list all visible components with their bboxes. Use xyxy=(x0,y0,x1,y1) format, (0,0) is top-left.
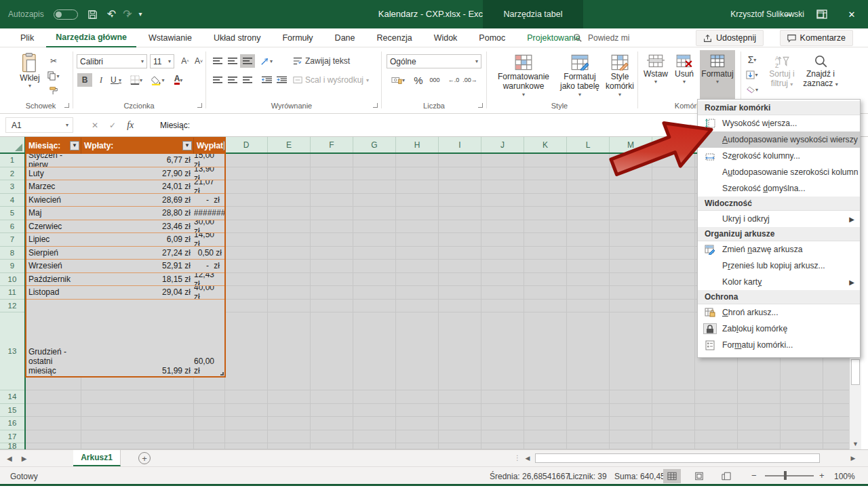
paste-button[interactable]: Wklej ▾ xyxy=(15,53,45,89)
maximize-button[interactable]: ☐ xyxy=(808,0,833,28)
grid-cell[interactable] xyxy=(353,430,396,444)
table-cell[interactable]: 51,99 zł xyxy=(81,300,194,378)
grid-cell[interactable] xyxy=(353,390,396,404)
grid-cell[interactable] xyxy=(268,233,311,247)
table-cell[interactable]: Kwiecień xyxy=(26,194,81,207)
grid-cell[interactable] xyxy=(567,207,610,220)
column-header-M[interactable]: M xyxy=(610,137,652,152)
grid-cell[interactable] xyxy=(738,390,781,404)
grid-cell[interactable] xyxy=(567,260,610,273)
table-cell[interactable]: Grudzień - ostatni miesiąc xyxy=(26,300,81,378)
row-header-8[interactable]: 8 xyxy=(0,247,24,260)
table-cell[interactable]: 27,24 zł xyxy=(81,247,194,260)
grid-cell[interactable] xyxy=(225,286,268,300)
table-cell[interactable]: 15,00 zł xyxy=(194,154,225,167)
filter-icon[interactable]: ▼ xyxy=(182,141,192,150)
grid-cell[interactable] xyxy=(524,430,567,444)
table-cell[interactable]: 52,91 zł xyxy=(81,260,194,273)
grid-cell[interactable] xyxy=(439,180,481,194)
format-painter-icon[interactable] xyxy=(46,84,61,98)
grid-cell[interactable] xyxy=(225,404,268,418)
grid-cell[interactable] xyxy=(268,273,311,287)
grid-cell[interactable] xyxy=(738,404,781,418)
grid-cell[interactable] xyxy=(225,154,268,167)
row-header-10[interactable]: 10 xyxy=(0,273,24,287)
align-bottom-icon[interactable] xyxy=(240,54,255,68)
grid-cell[interactable] xyxy=(567,167,610,181)
align-middle-icon[interactable] xyxy=(225,54,240,68)
row-header-15[interactable]: 15 xyxy=(0,404,24,418)
grid-cell[interactable] xyxy=(652,312,695,390)
grid-cell[interactable] xyxy=(823,430,849,444)
table-cell[interactable]: 30,00 zł xyxy=(194,220,225,234)
row-header-18[interactable]: 18 xyxy=(0,443,24,449)
grid-cell[interactable] xyxy=(225,443,268,449)
grid-cell[interactable] xyxy=(610,233,652,247)
grid-cell[interactable] xyxy=(652,233,695,247)
grid-cell[interactable] xyxy=(439,154,481,167)
column-header-N[interactable]: N xyxy=(652,137,695,152)
borders-icon[interactable]: ▾ xyxy=(129,73,144,87)
table-cell[interactable]: Lipiec xyxy=(26,233,81,247)
grid-cell[interactable] xyxy=(695,417,738,430)
grid-cell[interactable] xyxy=(396,430,439,444)
confirm-entry-icon[interactable]: ✓ xyxy=(109,121,116,130)
grid-cell[interactable] xyxy=(396,404,439,418)
grid-cell[interactable] xyxy=(311,430,353,444)
grid-cell[interactable] xyxy=(26,443,81,449)
grid-cell[interactable] xyxy=(738,417,781,430)
grid-cell[interactable] xyxy=(26,390,81,404)
grid-cell[interactable] xyxy=(610,220,652,234)
grid-cell[interactable] xyxy=(567,220,610,234)
grid-cell[interactable] xyxy=(268,417,311,430)
grid-cell[interactable] xyxy=(481,260,524,273)
grid-cell[interactable] xyxy=(610,247,652,260)
menu-item-przenieś-lub-kopiuj-arkusz-[interactable]: Przenieś lub kopiuj arkusz... xyxy=(698,258,860,274)
grid-cell[interactable] xyxy=(311,404,353,418)
grid-cell[interactable] xyxy=(481,154,524,167)
grid-cell[interactable] xyxy=(439,247,481,260)
scroll-left-icon[interactable]: ◀ xyxy=(522,453,533,464)
grid-cell[interactable] xyxy=(781,417,823,430)
grid-cell[interactable] xyxy=(481,167,524,181)
zoom-slider-thumb[interactable] xyxy=(784,471,787,480)
filter-icon[interactable]: ▼ xyxy=(223,141,225,150)
grid-cell[interactable] xyxy=(652,154,695,167)
table-cell[interactable]: 6,77 zł xyxy=(81,154,194,167)
grid-cell[interactable] xyxy=(225,220,268,234)
select-all-button[interactable] xyxy=(0,137,26,152)
sort-filter-button[interactable]: AZ Sortuj i filtruj ▾ xyxy=(765,54,799,88)
filter-icon[interactable]: ▼ xyxy=(70,141,79,150)
grid-cell[interactable] xyxy=(268,443,311,449)
table-cell[interactable]: 13,90 zł xyxy=(194,167,225,181)
table-header-2[interactable]: Wpłaty:▼ xyxy=(81,137,194,154)
font-color-icon[interactable]: A▾ xyxy=(171,73,186,87)
align-right-icon[interactable] xyxy=(240,73,255,87)
number-dialog-launcher[interactable] xyxy=(478,103,483,108)
grid-cell[interactable] xyxy=(524,273,567,287)
grid-cell[interactable] xyxy=(268,207,311,220)
grid-cell[interactable] xyxy=(396,443,439,449)
font-size-select[interactable]: 11▾ xyxy=(150,54,174,68)
grid-cell[interactable] xyxy=(268,260,311,273)
font-dialog-launcher[interactable] xyxy=(197,103,202,108)
page-break-view-icon[interactable] xyxy=(717,469,735,483)
grid-cell[interactable] xyxy=(610,180,652,194)
merge-center-button[interactable]: Scal i wyśrodkuj ▾ xyxy=(293,73,380,87)
grid-cell[interactable] xyxy=(353,180,396,194)
grid-cell[interactable] xyxy=(439,167,481,181)
grid-cell[interactable] xyxy=(396,154,439,167)
grid-cell[interactable] xyxy=(652,390,695,404)
row-header-9[interactable]: 9 xyxy=(0,260,24,273)
grid-cell[interactable] xyxy=(26,417,81,430)
tab-widok[interactable]: Widok xyxy=(425,28,467,47)
grid-cell[interactable] xyxy=(738,443,781,449)
sheet-nav-right-icon[interactable]: ▶ xyxy=(22,455,27,462)
row-header-12[interactable]: 12 xyxy=(0,300,24,313)
grid-cell[interactable] xyxy=(481,180,524,194)
table-cell[interactable]: 27,90 zł xyxy=(81,167,194,181)
grid-cell[interactable] xyxy=(481,404,524,418)
align-center-icon[interactable] xyxy=(225,73,240,87)
grid-cell[interactable] xyxy=(353,312,396,390)
grid-cell[interactable] xyxy=(695,443,738,449)
